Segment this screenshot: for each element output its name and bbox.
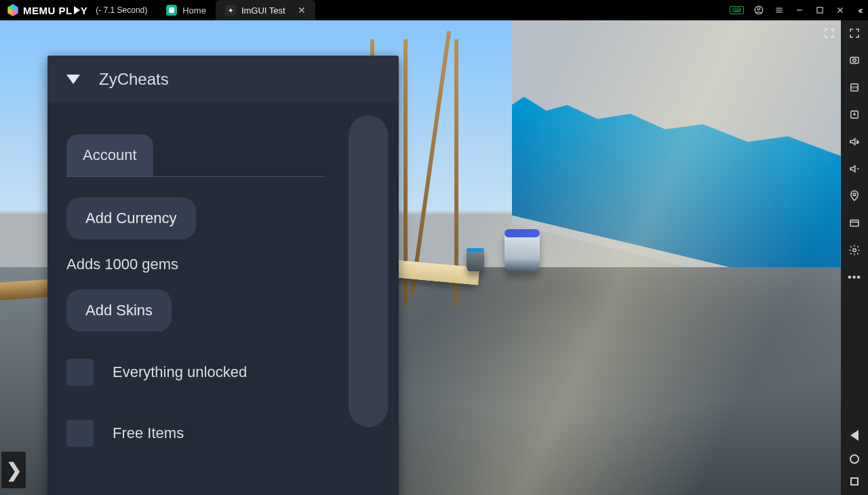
tab-strip: Home ✦ ImGUI Test ✕: [157, 0, 315, 20]
checkbox-box[interactable]: [66, 420, 94, 447]
svg-point-20: [853, 249, 856, 252]
titlebar-controls: ⌨ ‹‹‹: [730, 0, 868, 20]
tab-label: ImGUI Test: [241, 5, 285, 16]
svg-rect-6: [817, 7, 823, 13]
apk-icon[interactable]: APK: [848, 81, 861, 96]
hamburger-icon[interactable]: [774, 5, 785, 16]
emulator-sidebar: APK •••: [841, 20, 868, 495]
hex-logo-icon: [7, 4, 19, 16]
svg-text:APK: APK: [851, 85, 859, 90]
add-currency-label: Add Currency: [85, 210, 177, 226]
home-icon: [166, 5, 177, 16]
svg-point-17: [853, 193, 856, 196]
svg-rect-9: [850, 58, 859, 64]
brand-text: MEMU PL Y: [23, 5, 87, 16]
checkbox-everything-unlocked[interactable]: Everything unlocked: [66, 359, 380, 386]
hud-back-chevron[interactable]: ❯: [1, 452, 26, 488]
play-triangle-icon: [74, 6, 80, 14]
cheat-panel[interactable]: ZyCheats Account Add Currency Adds 1000 …: [47, 56, 399, 495]
chevron-icon: ❯: [6, 459, 22, 481]
settings-icon[interactable]: [848, 244, 861, 259]
game-viewport[interactable]: ZyCheats Account Add Currency Adds 1000 …: [0, 20, 841, 495]
user-circle-icon[interactable]: [753, 5, 764, 16]
add-currency-button[interactable]: Add Currency: [66, 197, 196, 239]
keyboard-badge-icon[interactable]: ⌨: [730, 6, 744, 14]
checkbox-box[interactable]: [66, 359, 94, 386]
app-logo: MEMU PL Y (- 7.1 Second): [0, 4, 147, 16]
collapse-triangle-icon[interactable]: [66, 75, 80, 84]
svg-rect-18: [850, 220, 859, 226]
svg-point-10: [853, 59, 856, 62]
nav-back-icon[interactable]: [850, 430, 859, 441]
location-icon[interactable]: [848, 190, 861, 205]
add-skins-label: Add Skins: [85, 302, 153, 319]
checkbox-label: Free Items: [113, 424, 184, 442]
collapse-sidebar-icon[interactable]: ‹‹‹: [855, 5, 861, 16]
checkbox-label: Everything unlocked: [113, 363, 247, 381]
close-tab-icon[interactable]: ✕: [298, 5, 306, 16]
fullscreen-icon[interactable]: [848, 27, 861, 42]
tab-account-label: Account: [83, 146, 137, 163]
panel-scrollbar[interactable]: [349, 115, 388, 427]
close-window-icon[interactable]: [835, 5, 846, 16]
maximize-icon[interactable]: [814, 5, 825, 16]
cheat-panel-body: Account Add Currency Adds 1000 gems Add …: [47, 103, 399, 495]
tab-label: Home: [182, 5, 206, 16]
cheat-panel-header[interactable]: ZyCheats: [47, 56, 399, 103]
brand-prefix: MEMU PL: [23, 5, 73, 16]
nav-recents-icon[interactable]: [850, 477, 859, 486]
file-manager-icon[interactable]: [848, 217, 861, 232]
cheat-panel-title: ZyCheats: [99, 70, 169, 89]
tab-home[interactable]: Home: [157, 0, 216, 20]
version-label: (- 7.1 Second): [96, 5, 147, 15]
volume-up-icon[interactable]: [848, 136, 861, 151]
minimize-icon[interactable]: [794, 5, 805, 16]
game-icon: ✦: [225, 5, 236, 16]
add-skins-button[interactable]: Add Skins: [66, 290, 172, 332]
android-nav: [850, 430, 859, 495]
screenshot-icon[interactable]: [848, 54, 861, 69]
titlebar: MEMU PL Y (- 7.1 Second) Home ✦ ImGUI Te…: [0, 0, 868, 20]
brand-suffix: Y: [81, 5, 88, 16]
tab-imgui-test[interactable]: ✦ ImGUI Test ✕: [216, 0, 315, 20]
panel-tabs: Account: [66, 134, 324, 177]
fullscreen-toggle-icon[interactable]: [823, 27, 835, 39]
currency-description: Adds 1000 gems: [66, 256, 380, 273]
more-icon[interactable]: •••: [848, 271, 861, 283]
checkbox-free-items[interactable]: Free Items: [66, 420, 380, 447]
tab-account[interactable]: Account: [66, 134, 153, 176]
nav-home-icon[interactable]: [850, 454, 859, 464]
volume-down-icon[interactable]: [848, 163, 861, 178]
paint-bucket-small: [467, 248, 484, 271]
svg-point-1: [757, 8, 760, 11]
install-icon[interactable]: [848, 108, 861, 123]
paint-bucket-large: [505, 229, 540, 271]
